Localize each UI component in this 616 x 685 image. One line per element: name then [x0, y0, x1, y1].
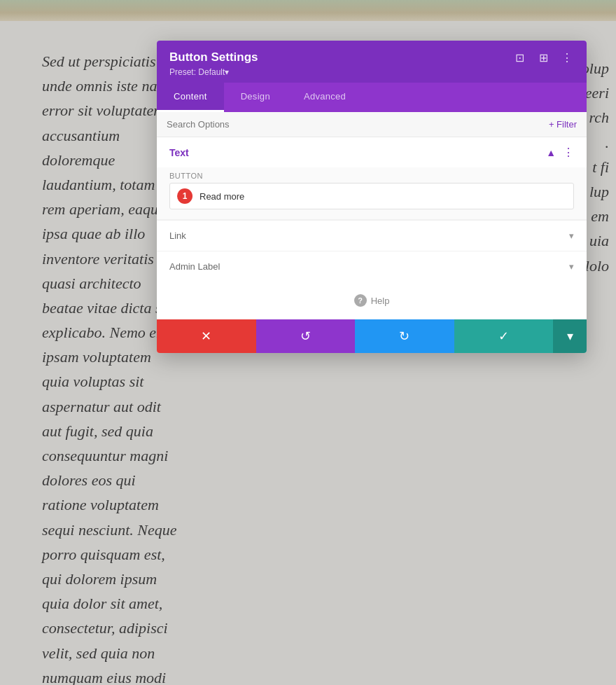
field-badge: 1	[177, 188, 192, 204]
link-chevron-icon: ▾	[569, 230, 574, 241]
filter-button[interactable]: + Filter	[549, 119, 577, 130]
tab-content[interactable]: Content	[157, 83, 224, 112]
link-label: Link	[169, 230, 186, 241]
link-section[interactable]: Link ▾	[157, 220, 587, 251]
panel-header-icons: ⊡ ⊞ ⋮	[512, 50, 574, 64]
section-actions: ▲ ⋮	[546, 146, 574, 159]
panel-tabs: Content Design Advanced	[157, 83, 587, 112]
admin-label-section[interactable]: Admin Label ▾	[157, 251, 587, 282]
help-label: Help	[371, 296, 390, 306]
cancel-button[interactable]: ✕	[157, 319, 256, 353]
section-more-icon[interactable]: ⋮	[563, 146, 574, 159]
search-bar: + Filter	[157, 112, 587, 137]
admin-label-chevron-icon: ▾	[569, 261, 574, 272]
search-input[interactable]	[167, 119, 549, 130]
panel-footer: ✕ ↺ ↻ ✓ ▾	[157, 319, 587, 353]
tab-design[interactable]: Design	[224, 83, 287, 112]
section-chevron-up-icon[interactable]: ▲	[546, 147, 556, 158]
panel-header: Button Settings ⊡ ⊞ ⋮ Preset: Default▾	[157, 41, 587, 83]
button-settings-panel: Button Settings ⊡ ⊞ ⋮ Preset: Default▾ C…	[157, 41, 587, 353]
button-field-label: Button	[169, 172, 574, 180]
admin-label-label: Admin Label	[169, 261, 220, 272]
text-section: Text ▲ ⋮ Button 1 Read more	[157, 137, 587, 220]
save-button[interactable]: ✓	[454, 319, 554, 353]
panel-preset[interactable]: Preset: Default▾	[169, 67, 574, 77]
button-field-row: Button 1 Read more	[157, 167, 587, 219]
button-field-value: Read more	[200, 191, 566, 202]
panel-title: Button Settings	[169, 50, 258, 64]
tab-advanced[interactable]: Advanced	[287, 83, 363, 112]
columns-icon[interactable]: ⊞	[536, 50, 550, 64]
save-extra-button[interactable]: ▾	[553, 319, 587, 353]
redo-button[interactable]: ↻	[355, 319, 454, 353]
resize-icon[interactable]: ⊡	[512, 50, 526, 64]
text-section-title: Text	[169, 147, 189, 158]
panel-body: Text ▲ ⋮ Button 1 Read more Link ▾ Ad	[157, 137, 587, 319]
help-row[interactable]: ? Help	[157, 282, 587, 319]
help-icon: ?	[354, 294, 367, 307]
button-field-input-wrap[interactable]: 1 Read more	[169, 183, 574, 209]
more-options-icon[interactable]: ⋮	[560, 50, 574, 64]
text-section-header[interactable]: Text ▲ ⋮	[157, 137, 587, 167]
undo-button[interactable]: ↺	[256, 319, 356, 353]
